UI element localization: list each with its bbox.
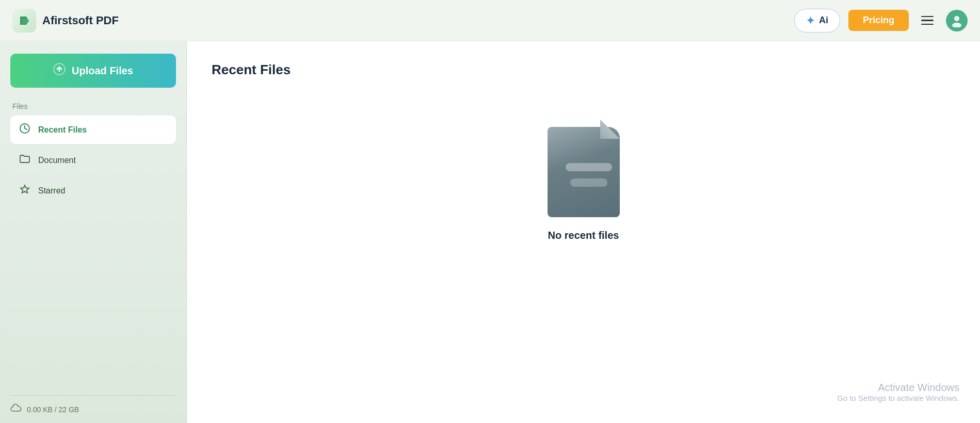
sidebar-item-document[interactable]: Document bbox=[10, 146, 176, 174]
app-header: Afirstsoft PDF ✦ Ai Pricing bbox=[0, 0, 980, 41]
main-layout: Upload Files Files Recent Files bbox=[0, 41, 980, 423]
sidebar: Upload Files Files Recent Files bbox=[0, 41, 187, 423]
ai-star-icon: ✦ bbox=[806, 14, 815, 27]
header-left: Afirstsoft PDF bbox=[12, 9, 119, 32]
sidebar-item-starred[interactable]: Starred bbox=[10, 176, 176, 205]
app-logo-icon bbox=[12, 9, 36, 32]
activation-title: Activate Windows bbox=[837, 382, 959, 394]
menu-line-2 bbox=[921, 20, 934, 21]
folder-icon bbox=[19, 153, 31, 167]
upload-icon bbox=[53, 63, 66, 78]
file-line-2 bbox=[570, 178, 607, 187]
empty-state: No recent files bbox=[212, 119, 955, 241]
upload-files-button[interactable]: Upload Files bbox=[10, 54, 176, 88]
svg-point-2 bbox=[952, 23, 961, 27]
star-icon bbox=[19, 184, 31, 198]
activation-watermark: Activate Windows Go to Settings to activ… bbox=[837, 382, 959, 402]
sidebar-section-label: Files bbox=[10, 102, 176, 110]
upload-files-label: Upload Files bbox=[72, 65, 133, 77]
ai-button[interactable]: ✦ Ai bbox=[794, 9, 840, 32]
activation-subtitle: Go to Settings to activate Windows. bbox=[837, 394, 959, 402]
sidebar-item-document-label: Document bbox=[38, 156, 76, 165]
pricing-button[interactable]: Pricing bbox=[848, 10, 909, 31]
page-title: Recent Files bbox=[212, 62, 955, 78]
app-title: Afirstsoft PDF bbox=[42, 14, 119, 27]
empty-state-label: No recent files bbox=[548, 230, 619, 241]
sidebar-nav: Recent Files Document Starred bbox=[10, 116, 176, 205]
menu-icon[interactable] bbox=[917, 12, 938, 29]
cloud-icon bbox=[10, 404, 22, 415]
file-body bbox=[548, 127, 620, 217]
clock-icon bbox=[19, 123, 31, 137]
file-line-1 bbox=[566, 163, 612, 171]
sidebar-bottom: 0.00 KB / 22 GB bbox=[10, 395, 176, 415]
svg-point-1 bbox=[954, 16, 959, 21]
user-avatar[interactable] bbox=[946, 10, 968, 31]
ai-button-label: Ai bbox=[819, 15, 828, 26]
sidebar-item-recent-label: Recent Files bbox=[38, 125, 87, 135]
storage-text: 0.00 KB / 22 GB bbox=[27, 405, 79, 414]
main-content: Recent Files No recent files Activate Wi… bbox=[187, 41, 980, 423]
sidebar-item-recent[interactable]: Recent Files bbox=[10, 116, 176, 144]
file-illustration bbox=[542, 119, 625, 217]
storage-info: 0.00 KB / 22 GB bbox=[10, 404, 176, 415]
sidebar-item-starred-label: Starred bbox=[38, 186, 65, 196]
menu-line-3 bbox=[921, 24, 934, 25]
menu-line-1 bbox=[921, 16, 934, 18]
header-right: ✦ Ai Pricing bbox=[794, 9, 968, 32]
